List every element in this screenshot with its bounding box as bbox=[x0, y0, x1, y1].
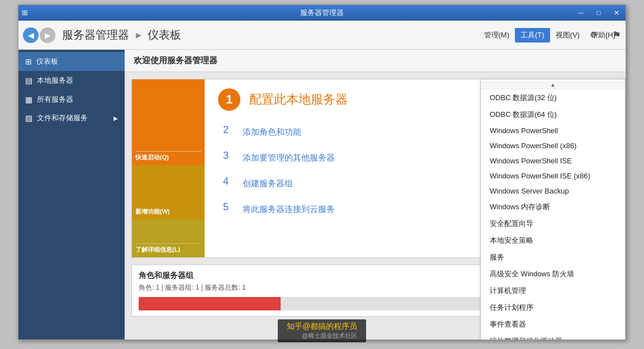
menu-item-powershell-ise-x86[interactable]: Windows PowerShell ISE (x86) bbox=[481, 168, 625, 183]
menu-tools[interactable]: 工具(T) bbox=[515, 28, 550, 43]
close-button[interactable]: ✕ bbox=[608, 5, 626, 21]
step-5-link[interactable]: 将此服务器连接到云服务 bbox=[243, 204, 335, 215]
watermark-sub: @稀土掘金技术社区 bbox=[287, 332, 357, 340]
menu-item-firewall[interactable]: 高级安全 Windows 防火墙 bbox=[481, 266, 625, 282]
menu-manage[interactable]: 管理(M) bbox=[479, 28, 515, 43]
welcome-left-panel: 快速启动(Q) 新增功能(W) 了解详细信息(L) bbox=[132, 79, 205, 257]
menu-item-task-scheduler[interactable]: 任务计划程序 bbox=[481, 299, 625, 316]
menu-item-odbc64[interactable]: ODBC 数据源(64 位) bbox=[481, 106, 625, 123]
quick-start-label[interactable]: 快速启动(Q) bbox=[135, 151, 201, 162]
menu-view[interactable]: 视图(V) bbox=[550, 28, 585, 43]
window-controls: ─ □ ✕ bbox=[572, 5, 626, 21]
main-area: ⊞ 仪表板 ▤ 本地服务器 ▦ 所有服务器 ▨ 文件和存储服务 ▶ 欢迎使用服务… bbox=[18, 50, 626, 339]
breadcrumb-root[interactable]: 服务器管理器 bbox=[62, 29, 129, 41]
toolbar: ◀ ▶ 服务器管理器 ▸ 仪表板 ⟳ | ⚑ 管理(M) 工具(T) 视图(V)… bbox=[18, 21, 626, 50]
menu-item-security-wizard[interactable]: 安全配置向导 bbox=[481, 215, 625, 232]
menu-item-defrag[interactable]: 碎片整理和优化驱动器 bbox=[481, 333, 625, 339]
sidebar-item-file-storage[interactable]: ▨ 文件和存储服务 ▶ bbox=[18, 109, 125, 127]
maximize-button[interactable]: □ bbox=[590, 5, 608, 21]
main-window: ⊞ 服务器管理器 ─ □ ✕ ◀ ▶ 服务器管理器 ▸ 仪表板 ⟳ | ⚑ 管理… bbox=[18, 4, 626, 340]
scroll-up-indicator[interactable]: ▲ bbox=[481, 81, 625, 89]
menu-item-odbc32[interactable]: ODBC 数据源(32 位) bbox=[481, 89, 625, 106]
window-title: 服务器管理器 bbox=[300, 8, 344, 18]
step-4-link[interactable]: 创建服务器组 bbox=[243, 178, 293, 189]
title-bar: ⊞ 服务器管理器 ─ □ ✕ bbox=[18, 5, 626, 21]
welcome-title: 配置此本地服务器 bbox=[249, 91, 348, 108]
dashboard-icon: ⊞ bbox=[25, 57, 32, 66]
step-5-num: 5 bbox=[218, 201, 234, 217]
watermark: 知乎@都搞的程序员 @稀土掘金技术社区 bbox=[278, 319, 366, 342]
step-2-num: 2 bbox=[218, 124, 234, 140]
sidebar-label-local-server: 本地服务器 bbox=[37, 76, 73, 86]
forward-button[interactable]: ▶ bbox=[40, 27, 55, 43]
content-header: 欢迎使用服务器管理器 bbox=[125, 50, 626, 72]
menu-item-local-security[interactable]: 本地安全策略 bbox=[481, 232, 625, 249]
menu-item-powershell-ise[interactable]: Windows PowerShell ISE bbox=[481, 153, 625, 168]
all-servers-icon: ▦ bbox=[25, 95, 32, 104]
file-storage-icon: ▨ bbox=[25, 114, 32, 122]
new-feature-section: 新增功能(W) bbox=[132, 165, 205, 219]
minimize-button[interactable]: ─ bbox=[572, 5, 590, 21]
step-4-num: 4 bbox=[218, 176, 234, 191]
sidebar-label-all-servers: 所有服务器 bbox=[37, 95, 73, 105]
step-3-num: 3 bbox=[218, 150, 234, 166]
back-button[interactable]: ◀ bbox=[23, 27, 39, 43]
watermark-main: 知乎@都搞的程序员 bbox=[287, 322, 357, 332]
menu-item-windows-server-backup[interactable]: Windows Server Backup bbox=[481, 183, 625, 199]
menu-help[interactable]: 帮助(H) bbox=[585, 28, 621, 43]
sidebar-item-dashboard[interactable]: ⊞ 仪表板 bbox=[18, 52, 125, 71]
learn-more-section: 了解详细信息(L) bbox=[132, 219, 205, 257]
app-icon: ⊞ bbox=[22, 8, 31, 17]
breadcrumb-separator: ▸ bbox=[136, 29, 145, 41]
menu-item-computer-mgmt[interactable]: 计算机管理 bbox=[481, 282, 625, 299]
tools-dropdown-menu: ▲ ODBC 数据源(32 位) ODBC 数据源(64 位) Windows … bbox=[480, 79, 626, 339]
step-1-circle: 1 bbox=[218, 88, 240, 111]
quick-start-section: 快速启动(Q) bbox=[132, 79, 205, 165]
chevron-right-icon: ▶ bbox=[113, 115, 118, 121]
menu-item-event-viewer[interactable]: 事件查看器 bbox=[481, 316, 625, 333]
menu-item-powershell[interactable]: Windows PowerShell bbox=[481, 123, 625, 138]
sidebar: ⊞ 仪表板 ▤ 本地服务器 ▦ 所有服务器 ▨ 文件和存储服务 ▶ bbox=[18, 50, 125, 339]
menu-bar: 管理(M) 工具(T) 视图(V) 帮助(H) bbox=[479, 28, 622, 43]
sidebar-item-local-server[interactable]: ▤ 本地服务器 bbox=[18, 71, 125, 90]
sidebar-item-all-servers[interactable]: ▦ 所有服务器 bbox=[18, 90, 125, 109]
step-2-link[interactable]: 添加角色和功能 bbox=[243, 127, 301, 138]
sidebar-label-dashboard: 仪表板 bbox=[36, 56, 58, 67]
nav-buttons: ◀ ▶ bbox=[23, 27, 55, 43]
menu-item-services[interactable]: 服务 bbox=[481, 249, 625, 266]
learn-more-label[interactable]: 了解详细信息(L) bbox=[135, 243, 201, 254]
content-area: 欢迎使用服务器管理器 快速启动(Q) 新增功能(W) 了解详细信息(L) bbox=[125, 50, 626, 339]
breadcrumb-current: 仪表板 bbox=[148, 29, 181, 41]
local-server-icon: ▤ bbox=[25, 76, 32, 85]
new-feature-label[interactable]: 新增功能(W) bbox=[135, 207, 170, 216]
step-3-link[interactable]: 添加要管理的其他服务器 bbox=[243, 153, 335, 163]
sidebar-label-file-storage: 文件和存储服务 bbox=[37, 113, 88, 123]
menu-item-memory-diag[interactable]: Windows 内存诊断 bbox=[481, 199, 625, 215]
menu-item-powershell-x86[interactable]: Windows PowerShell (x86) bbox=[481, 138, 625, 153]
